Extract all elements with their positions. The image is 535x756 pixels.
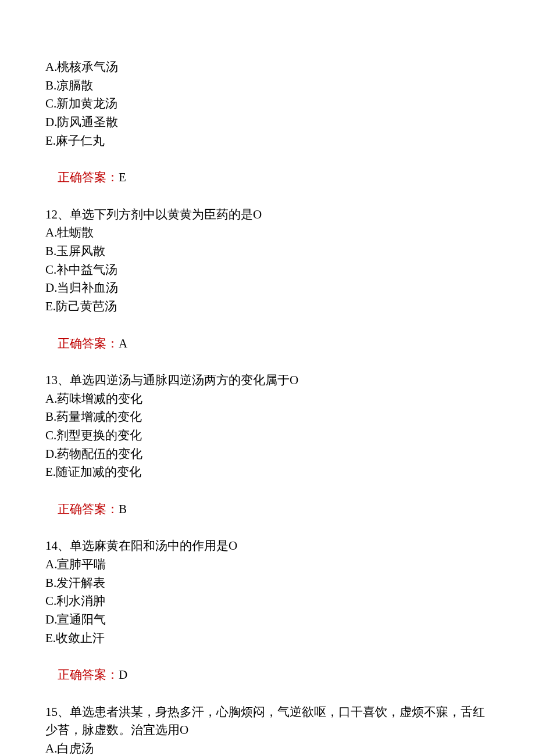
answer-label: 正确答案： [58,170,119,184]
answer-label: 正确答案： [58,336,119,350]
option-text: C.利水消肿 [45,592,490,611]
option-text: D.防风通圣散 [45,113,490,132]
answer-label: 正确答案： [58,668,119,682]
option-text: C.补中益气汤 [45,261,490,280]
option-text: E.防己黄芭汤 [45,298,490,316]
question-stem: 15、单选患者洪某，身热多汗，心胸烦闷，气逆欲呕，口干喜饮，虚烦不寐，舌红少苔，… [45,703,490,740]
answer-line: 正确答案：D [45,648,490,703]
option-text: E.收敛止汗 [45,629,490,648]
option-text: C.新加黄龙汤 [45,95,490,113]
document-page: A.桃核承气汤 B.凉膈散 C.新加黄龙汤 D.防风通圣散 E.麻子仁丸 正确答… [0,0,535,756]
option-text: A.宣肺平喘 [45,556,490,574]
question-stem: 12、单选下列方剂中以黄黄为臣药的是O [45,206,490,224]
option-text: D.当归补血汤 [45,279,490,298]
answer-value: E [119,170,126,184]
answer-label: 正确答案： [58,502,119,516]
option-text: E.麻子仁丸 [45,132,490,151]
option-text: A.药味增减的变化 [45,390,490,409]
answer-line: 正确答案：E [45,151,490,206]
option-text: A.白虎汤 [45,740,490,756]
answer-value: D [119,668,127,682]
option-text: E.随证加减的变化 [45,463,490,482]
option-text: D.宣通阳气 [45,611,490,629]
option-text: A.牡蛎散 [45,224,490,242]
option-text: D.药物配伍的变化 [45,445,490,464]
answer-line: 正确答案：A [45,316,490,371]
question-stem: 14、单选麻黄在阳和汤中的作用是O [45,537,490,556]
answer-value: A [119,336,127,350]
answer-value: B [119,502,127,516]
option-text: B.药量增减的变化 [45,408,490,427]
question-stem: 13、单选四逆汤与通脉四逆汤两方的变化属于O [45,371,490,390]
option-text: B.凉膈散 [45,77,490,95]
answer-line: 正确答案：B [45,482,490,537]
option-text: C.剂型更换的变化 [45,427,490,445]
option-text: A.桃核承气汤 [45,58,490,77]
option-text: B.发汗解表 [45,574,490,593]
option-text: B.玉屏风散 [45,242,490,261]
